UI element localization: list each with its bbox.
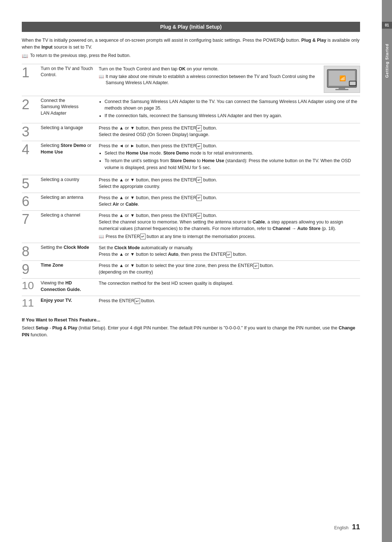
enter-icon: ↵: [196, 195, 202, 201]
step-line: (depending on the country): [99, 269, 360, 275]
table-row: 6 Selecting an antenna Press the ▲ or ▼ …: [22, 193, 360, 210]
step-label: Selecting a language: [41, 123, 99, 141]
step-content-with-image: Turn on the Touch Control and then tap O…: [99, 66, 360, 93]
tv-illustration: 📶: [326, 67, 358, 91]
step-number: 1: [22, 64, 41, 96]
table-row: 11 Enjoy your TV. Press the ENTER↵ butto…: [22, 296, 360, 310]
step-number: 4: [22, 141, 41, 175]
step-line: The connection method for the best HD sc…: [99, 280, 360, 287]
list-item: To return the unit's settings from Store…: [105, 157, 360, 171]
svg-text:📶: 📶: [339, 75, 346, 82]
page-wrapper: Plug & Play (Initial Setup) When the TV …: [0, 0, 392, 542]
step-description: Turn on the Touch Control and then tap O…: [99, 64, 360, 96]
enter-icon: ↵: [226, 252, 232, 258]
step-description: Connect the Samsung Wireless LAN Adapter…: [99, 96, 360, 123]
note-text: It may take about one minute to establis…: [106, 74, 320, 86]
footer: English 11: [334, 523, 360, 531]
main-content: Plug & Play (Initial Setup) When the TV …: [0, 0, 382, 542]
step-line: Press the ◄ or ► button, then press the …: [99, 143, 360, 149]
table-row: 2 Connect theSamsung WirelessLAN Adapter…: [22, 96, 360, 123]
table-row: 1 Turn on the TV and Touch Control. Turn…: [22, 64, 360, 96]
step-number: 3: [22, 123, 41, 141]
step-line: Press the ▲ or ▼ button, then press the …: [99, 125, 360, 131]
step-label: Selecting Store Demo or Home Use: [41, 141, 99, 175]
section-title: Plug & Play (Initial Setup): [160, 24, 222, 30]
step-description: The connection method for the best HD sc…: [99, 279, 360, 296]
enter-icon: ↵: [253, 263, 259, 269]
step-line: Select the desired OSD (On Screen Displa…: [99, 131, 360, 138]
step-line: Press the ▲ or ▼ button, then press the …: [99, 194, 360, 201]
note-symbol: 📖: [99, 234, 104, 240]
footer-language: English: [334, 525, 348, 530]
step-line: Select the channel source to memorise. W…: [99, 219, 360, 232]
step-line: Press the ▲ or ▼ button to select Auto, …: [99, 251, 360, 258]
step-line: Press the ENTER↵ button.: [99, 297, 360, 304]
step-line: Select Air or Cable.: [99, 201, 360, 208]
table-row: 9 Time Zone Press the ▲ or ▼ button to s…: [22, 261, 360, 279]
step-number: 10: [22, 279, 41, 296]
svg-rect-2: [339, 87, 345, 89]
step-bullets: Select the Home Use mode. Store Demo mod…: [105, 150, 360, 171]
page-number: 11: [352, 523, 360, 531]
step-description: Press the ▲ or ▼ button, then press the …: [99, 123, 360, 141]
step-line: Turn on the Touch Control and then tap O…: [99, 66, 320, 72]
step-label: Selecting an antenna: [41, 193, 99, 210]
note-text: Press the ENTER↵ button at any time to i…: [106, 234, 256, 240]
step-bullets: Connect the Samsung Wireless LAN Adapter…: [105, 98, 360, 119]
step-line: Select the appropriate country.: [99, 183, 360, 190]
step-label: Time Zone: [41, 261, 99, 279]
intro-note: 📖 To return to the previous step, press …: [22, 53, 360, 59]
enter-icon: ↵: [196, 177, 202, 183]
step-description: Press the ▲ or ▼ button, then press the …: [99, 211, 360, 243]
step-line: Press the ▲ or ▼ button to select the yo…: [99, 262, 360, 269]
step-description: Press the ▲ or ▼ button to select the yo…: [99, 261, 360, 279]
table-row: 10 Viewing the HD Connection Guide. The …: [22, 279, 360, 296]
step-number: 6: [22, 193, 41, 210]
step-description: Set the Clock Mode automatically or manu…: [99, 243, 360, 260]
side-tab-label: Getting Started: [385, 44, 389, 78]
enter-icon: ↵: [196, 125, 202, 131]
steps-table: 1 Turn on the TV and Touch Control. Turn…: [22, 64, 360, 310]
enter-icon: ↵: [140, 234, 146, 239]
step-description: Press the ◄ or ► button, then press the …: [99, 141, 360, 175]
step-description: Press the ENTER↵ button.: [99, 296, 360, 310]
reset-section: If You Want to Reset This Feature... Sel…: [22, 317, 360, 338]
intro-paragraph: When the TV is initially powered on, a s…: [22, 37, 360, 51]
step-label: Selecting a country: [41, 175, 99, 193]
side-tab-number: 01: [382, 22, 392, 29]
step-line: Set the Clock Mode automatically or manu…: [99, 245, 360, 251]
note-icon: 📖: [22, 53, 28, 59]
step-label: Turn on the TV and Touch Control.: [41, 64, 99, 96]
step-number: 11: [22, 296, 41, 310]
intro-note-text: To return to the previous step, press th…: [30, 53, 131, 58]
step-number: 5: [22, 175, 41, 193]
enter-icon: ↵: [196, 143, 202, 149]
reset-title: If You Want to Reset This Feature...: [22, 317, 360, 323]
step-note: 📖 It may take about one minute to establ…: [99, 74, 320, 86]
step-number: 2: [22, 96, 41, 123]
step-number: 8: [22, 243, 41, 260]
step-text-block: Turn on the Touch Control and then tap O…: [99, 66, 320, 86]
enter-icon: ↵: [135, 298, 140, 304]
step-label: Viewing the HD Connection Guide.: [41, 279, 99, 296]
table-row: 7 Selecting a channel Press the ▲ or ▼ b…: [22, 211, 360, 243]
list-item: Select the Home Use mode. Store Demo mod…: [105, 150, 360, 156]
step-label: Setting the Clock Mode: [41, 243, 99, 260]
reset-text: Select Setup - Plug & Play (Initial Setu…: [22, 325, 360, 338]
step-description: Press the ▲ or ▼ button, then press the …: [99, 193, 360, 210]
list-item: If the connection fails, reconnect the S…: [105, 112, 360, 119]
tv-image: 📶: [324, 66, 360, 93]
enter-icon: ↵: [196, 213, 202, 219]
step-line: Press the ▲ or ▼ button, then press the …: [99, 177, 360, 183]
table-row: 5 Selecting a country Press the ▲ or ▼ b…: [22, 175, 360, 193]
step-number: 7: [22, 211, 41, 243]
table-row: 4 Selecting Store Demo or Home Use Press…: [22, 141, 360, 175]
step-label: Enjoy your TV.: [41, 296, 99, 310]
note-symbol: 📖: [99, 74, 104, 80]
step-line: Press the ▲ or ▼ button, then press the …: [99, 212, 360, 219]
step-description: Press the ▲ or ▼ button, then press the …: [99, 175, 360, 193]
list-item: Connect the Samsung Wireless LAN Adapter…: [105, 98, 360, 111]
step-note: 📖 Press the ENTER↵ button at any time to…: [99, 234, 360, 240]
table-row: 3 Selecting a language Press the ▲ or ▼ …: [22, 123, 360, 141]
svg-rect-3: [335, 89, 348, 90]
